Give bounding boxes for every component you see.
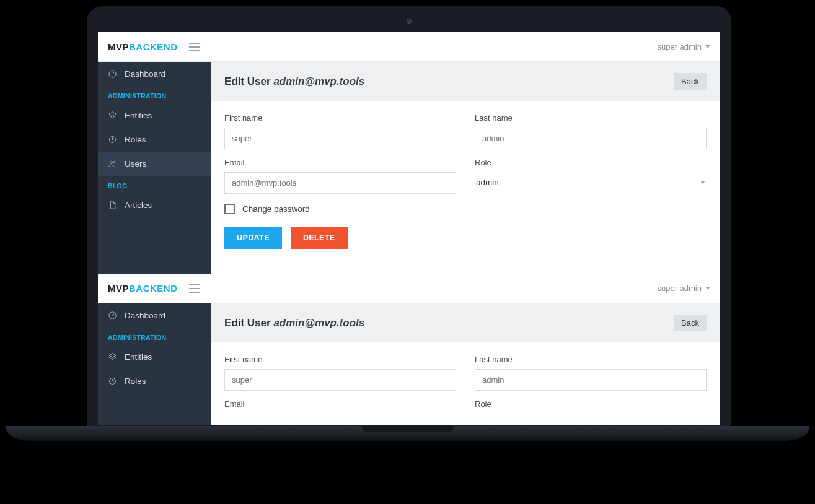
caret-down-icon (705, 287, 710, 290)
laptop-notch (361, 426, 454, 432)
topbar: MVPBACKEND super admin (98, 32, 720, 62)
svg-point-3 (113, 161, 115, 163)
sidebar-item-label: Users (125, 159, 146, 168)
sidebar-section-blog: BLOG (98, 176, 211, 193)
back-button[interactable]: Back (674, 315, 707, 331)
hamburger-icon[interactable] (189, 43, 200, 51)
last-name-label: Last name (475, 113, 707, 123)
change-password-label: Change password (242, 204, 310, 214)
brand-part2: BACKEND (129, 283, 178, 293)
shield-icon (108, 376, 117, 386)
user-menu-label: super admin (657, 42, 702, 51)
hamburger-icon[interactable] (189, 284, 200, 293)
main-content: Edit User admin@mvp.tools Back First nam… (211, 303, 720, 425)
laptop-screen: MVPBACKEND super admin Dash (98, 32, 720, 425)
update-button[interactable]: UPDATE (224, 227, 282, 249)
sidebar-item-label: Dashboard (125, 311, 165, 320)
last-name-label: Last name (475, 355, 707, 364)
sidebar-item-dashboard[interactable]: Dashboard (98, 62, 211, 86)
last-name-input[interactable] (475, 128, 707, 149)
caret-down-icon (705, 45, 710, 48)
last-name-input[interactable] (475, 369, 707, 391)
first-name-label: First name (224, 355, 456, 364)
edit-user-form: First name Last name Email (211, 101, 720, 265)
first-name-input[interactable] (224, 128, 456, 149)
page-title-prefix: Edit User (224, 317, 271, 329)
sidebar-item-label: Articles (125, 201, 152, 210)
page-header: Edit User admin@mvp.tools Back (211, 62, 720, 101)
shield-icon (108, 135, 117, 144)
brand-part1: MVP (108, 41, 129, 52)
layers-icon (108, 352, 117, 362)
sidebar-item-users[interactable]: Users (98, 152, 211, 176)
laptop-frame: MVPBACKEND super admin Dash (87, 6, 731, 427)
delete-button[interactable]: DELETE (291, 227, 348, 249)
sidebar-item-roles[interactable]: Roles (98, 369, 211, 393)
page-title-subject: admin@mvp.tools (273, 76, 364, 87)
user-menu-label: super admin (657, 284, 702, 293)
svg-point-2 (110, 162, 113, 164)
role-select[interactable]: admin (475, 172, 707, 193)
user-menu[interactable]: super admin (657, 284, 710, 293)
role-select-value: admin (476, 178, 499, 187)
edit-user-form: First name Last name Email (211, 342, 720, 425)
laptop-camera (407, 19, 412, 24)
page-title: Edit User admin@mvp.tools (224, 317, 364, 329)
email-input[interactable] (224, 172, 456, 194)
document-icon (108, 201, 117, 210)
page-title-prefix: Edit User (224, 76, 271, 87)
change-password-checkbox[interactable] (224, 204, 235, 214)
sidebar-item-label: Dashboard (125, 69, 165, 79)
role-label: Role (475, 399, 707, 409)
layers-icon (108, 111, 117, 120)
brand-logo[interactable]: MVPBACKEND (108, 41, 178, 52)
sidebar: Dashboard ADMINISTRATION Entities Roles (98, 62, 211, 274)
first-name-label: First name (224, 113, 456, 123)
sidebar-section-administration: ADMINISTRATION (98, 328, 211, 345)
sidebar-item-label: Entities (125, 352, 152, 362)
app-instance-1: MVPBACKEND super admin Dash (98, 32, 720, 274)
sidebar-item-label: Roles (125, 135, 146, 144)
sidebar-item-label: Entities (125, 111, 152, 120)
brand-part2: BACKEND (129, 41, 178, 52)
caret-down-icon (700, 181, 705, 184)
user-menu[interactable]: super admin (657, 42, 710, 51)
brand-part1: MVP (108, 283, 129, 293)
email-label: Email (224, 158, 456, 167)
main-content: Edit User admin@mvp.tools Back First nam… (211, 62, 720, 274)
users-icon (108, 159, 117, 168)
sidebar-item-roles[interactable]: Roles (98, 128, 211, 152)
sidebar-item-articles[interactable]: Articles (98, 193, 211, 217)
first-name-input[interactable] (224, 369, 456, 391)
sidebar-item-entities[interactable]: Entities (98, 345, 211, 369)
sidebar: Dashboard ADMINISTRATION Entities Roles (98, 303, 211, 425)
gauge-icon (108, 69, 117, 79)
role-label: Role (475, 158, 707, 167)
sidebar-item-label: Roles (125, 376, 146, 386)
sidebar-item-dashboard[interactable]: Dashboard (98, 303, 211, 328)
app-instance-2: MVPBACKEND super admin Dash (98, 274, 720, 425)
sidebar-item-entities[interactable]: Entities (98, 103, 211, 128)
email-label: Email (224, 399, 456, 409)
brand-logo[interactable]: MVPBACKEND (108, 283, 178, 293)
page-title-subject: admin@mvp.tools (273, 317, 364, 329)
sidebar-section-administration: ADMINISTRATION (98, 86, 211, 103)
page-title: Edit User admin@mvp.tools (224, 76, 364, 88)
topbar: MVPBACKEND super admin (98, 274, 720, 303)
gauge-icon (108, 311, 117, 320)
page-header: Edit User admin@mvp.tools Back (211, 303, 720, 342)
back-button[interactable]: Back (674, 73, 707, 90)
